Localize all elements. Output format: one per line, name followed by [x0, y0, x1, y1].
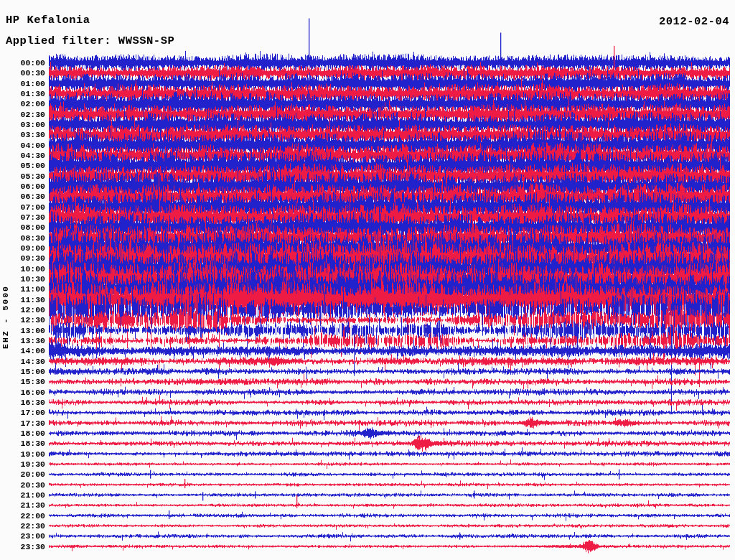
time-label: 01:00 [0, 79, 45, 88]
time-label: 19:00 [0, 449, 45, 459]
time-label: 10:00 [0, 264, 45, 274]
time-label: 15:30 [0, 377, 45, 386]
time-label: 17:30 [0, 419, 45, 428]
time-label: 08:00 [0, 223, 45, 232]
time-label: 05:00 [0, 161, 45, 170]
time-label: 08:30 [0, 233, 45, 243]
time-label: 18:00 [0, 429, 45, 438]
time-label: 07:30 [0, 213, 45, 222]
time-label: 22:30 [0, 521, 45, 531]
time-label: 02:00 [0, 99, 45, 108]
time-label: 09:30 [0, 253, 45, 263]
time-label: 00:00 [0, 58, 45, 67]
time-label: 12:30 [0, 315, 45, 325]
time-label: 19:30 [0, 459, 45, 469]
time-label: 22:00 [0, 511, 45, 521]
time-label: 21:30 [0, 500, 45, 510]
time-label: 13:30 [0, 336, 45, 345]
time-label: 05:30 [0, 172, 45, 181]
time-label: 03:30 [0, 130, 45, 139]
time-label: 04:30 [0, 151, 45, 160]
helicorder-traces-canvas [0, 0, 735, 560]
time-label: 20:30 [0, 480, 45, 490]
time-label: 17:00 [0, 408, 45, 417]
time-label: 16:30 [0, 398, 45, 407]
applied-filter-label: Applied filter: WWSSN-SP [6, 34, 174, 47]
date-label: 2012-02-04 [659, 15, 729, 28]
time-label: 06:30 [0, 192, 45, 201]
time-label: 12:00 [0, 305, 45, 314]
time-label: 11:00 [0, 284, 45, 294]
time-label: 13:00 [0, 326, 45, 335]
time-label: 01:30 [0, 89, 45, 98]
time-label: 21:00 [0, 490, 45, 500]
time-label: 14:00 [0, 346, 45, 355]
helicorder-page: HP Kefalonia Applied filter: WWSSN-SP 20… [0, 0, 735, 560]
time-label: 11:30 [0, 295, 45, 304]
time-label: 16:00 [0, 388, 45, 397]
station-title: HP Kefalonia [6, 14, 90, 27]
time-label: 23:00 [0, 531, 45, 541]
time-label: 20:00 [0, 470, 45, 479]
time-label: 10:30 [0, 274, 45, 284]
time-label: 04:00 [0, 141, 45, 150]
time-label: 09:00 [0, 243, 45, 253]
time-label: 06:00 [0, 182, 45, 191]
time-label: 14:30 [0, 357, 45, 366]
time-label: 23:30 [0, 542, 45, 551]
time-label: 07:00 [0, 202, 45, 212]
time-label: 15:00 [0, 367, 45, 376]
time-label: 00:30 [0, 68, 45, 78]
time-label: 18:30 [0, 439, 45, 448]
time-label: 02:30 [0, 110, 45, 119]
time-label: 03:00 [0, 120, 45, 129]
